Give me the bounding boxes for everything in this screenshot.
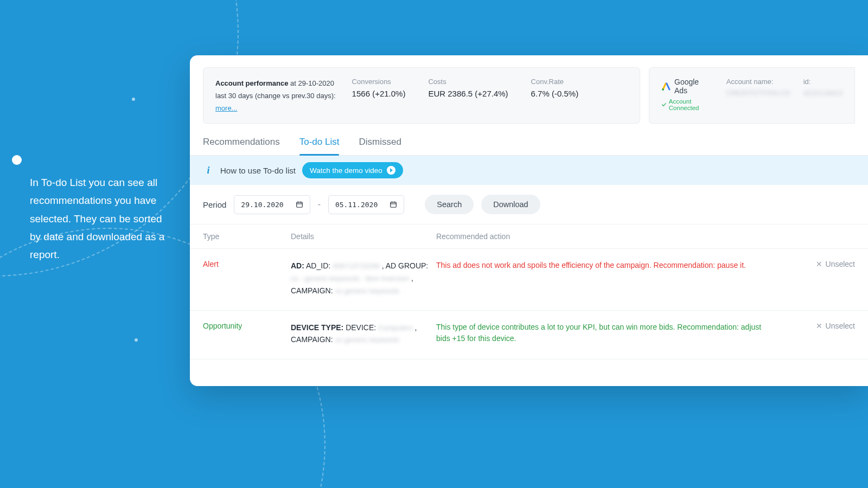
account-name-value: CREDITOTITAN.CO bbox=[726, 89, 790, 97]
account-connected-status: Account Connected bbox=[661, 98, 713, 111]
decorative-dot-small bbox=[132, 98, 135, 101]
col-header-details: Details bbox=[291, 232, 436, 241]
info-icon: i bbox=[203, 165, 214, 176]
perf-title-tail: at 29-10-2020 bbox=[290, 79, 334, 87]
row-details: AD: AD_ID: 456713715256 , AD GROUP: co -… bbox=[291, 260, 436, 297]
col-header-action: Recommended action bbox=[436, 232, 795, 241]
account-id-label: id: bbox=[803, 78, 843, 86]
account-card: Google Ads Account Connected Account nam… bbox=[649, 67, 855, 124]
metric-value-costs: EUR 2386.5 (+27.4%) bbox=[428, 89, 508, 98]
table-row: Opportunity DEVICE TYPE: DEVICE: Compute… bbox=[190, 311, 868, 360]
tabs: Recommendations To-do List Dismissed bbox=[190, 124, 868, 156]
close-icon: ✕ bbox=[816, 260, 822, 268]
col-header-type: Type bbox=[203, 232, 291, 241]
perf-more-link[interactable]: more... bbox=[215, 104, 237, 112]
info-text: How to use To-do list bbox=[220, 166, 296, 175]
date-from-input[interactable]: 29.10.2020 bbox=[234, 195, 310, 214]
close-icon: ✕ bbox=[816, 322, 822, 330]
row-action: This type of device contributes a lot to… bbox=[436, 322, 795, 346]
svg-point-0 bbox=[662, 88, 664, 91]
check-icon bbox=[661, 101, 667, 108]
table-row: Alert AD: AD_ID: 456713715256 , AD GROUP… bbox=[190, 249, 868, 310]
app-panel: Account performance at 29-10-2020 last 3… bbox=[190, 55, 868, 386]
row-action: This ad does not work and spoils the eff… bbox=[436, 260, 795, 297]
perf-subtitle: last 30 days (change vs prev.30 days): bbox=[215, 90, 336, 102]
play-icon bbox=[387, 166, 395, 175]
unselect-button[interactable]: ✕ Unselect bbox=[816, 322, 855, 330]
provider-name: Google Ads bbox=[674, 78, 713, 95]
metric-label-convrate: Conv.Rate bbox=[531, 78, 579, 86]
metric-label-costs: Costs bbox=[428, 78, 508, 86]
tab-todo-list[interactable]: To-do List bbox=[299, 137, 340, 155]
calendar-icon bbox=[296, 201, 303, 208]
decorative-dot-small bbox=[135, 338, 138, 342]
account-performance-card: Account performance at 29-10-2020 last 3… bbox=[203, 67, 640, 124]
svg-rect-5 bbox=[391, 202, 397, 207]
calendar-icon bbox=[390, 201, 397, 208]
row-type-opportunity: Opportunity bbox=[203, 322, 291, 346]
metric-label-conversions: Conversions bbox=[352, 78, 406, 86]
download-button[interactable]: Download bbox=[481, 195, 540, 214]
table-header: Type Details Recommended action bbox=[190, 224, 868, 249]
account-id-value: 4222116413 bbox=[803, 89, 843, 97]
metric-value-convrate: 6.7% (-0.5%) bbox=[531, 89, 579, 98]
tab-recommendations[interactable]: Recommendations bbox=[203, 137, 280, 155]
date-to-input[interactable]: 05.11.2020 bbox=[328, 195, 404, 214]
metric-value-conversions: 1566 (+21.0%) bbox=[352, 89, 406, 98]
feature-caption: In To-do List you can see all recommenda… bbox=[30, 174, 174, 264]
tab-dismissed[interactable]: Dismissed bbox=[359, 137, 401, 155]
search-button[interactable]: Search bbox=[425, 195, 474, 214]
info-bar: i How to use To-do list Watch the demo v… bbox=[190, 156, 868, 185]
row-details: DEVICE TYPE: DEVICE: Computers , CAMPAIG… bbox=[291, 322, 436, 346]
row-type-alert: Alert bbox=[203, 260, 291, 297]
period-label: Period bbox=[203, 200, 226, 209]
svg-rect-1 bbox=[296, 202, 302, 207]
google-ads-icon bbox=[661, 81, 671, 91]
account-name-label: Account name: bbox=[726, 78, 790, 86]
decorative-dot-large bbox=[12, 155, 22, 165]
unselect-button[interactable]: ✕ Unselect bbox=[816, 260, 855, 268]
perf-title-bold: Account performance bbox=[215, 79, 288, 87]
watch-demo-button[interactable]: Watch the demo video bbox=[302, 162, 403, 178]
date-range-separator: - bbox=[318, 200, 321, 209]
